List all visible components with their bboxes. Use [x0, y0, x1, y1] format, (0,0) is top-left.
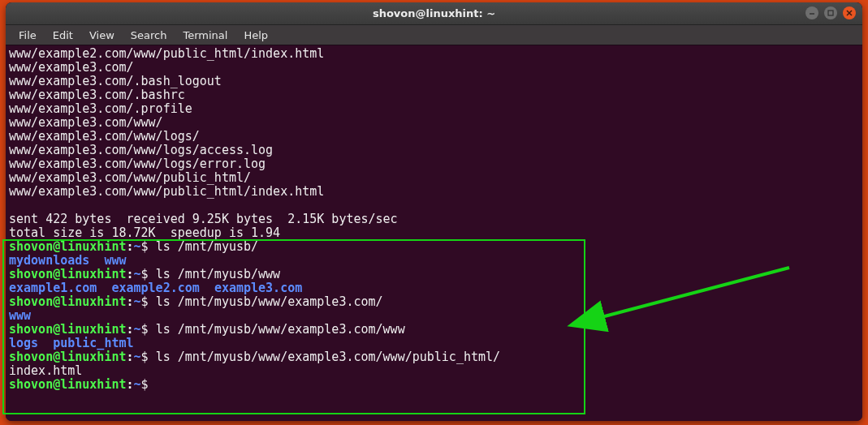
prompt-cwd: ~: [134, 350, 141, 364]
menu-view[interactable]: View: [83, 27, 121, 44]
prompt-cwd: ~: [134, 377, 141, 392]
terminal-line: index.html: [9, 364, 859, 378]
terminal-line: shovon@linuxhint:~$ ls /mnt/myusb/www/ex…: [9, 323, 859, 337]
dir-entry: example3.com: [214, 281, 302, 295]
dir-entry: www: [104, 253, 126, 268]
terminal-line: www/example3.com/: [9, 61, 859, 75]
terminal-line: logs public_html: [9, 337, 859, 350]
close-button[interactable]: [843, 6, 856, 19]
terminal-line: mydownloads www: [9, 254, 859, 268]
terminal-line: www/example3.com/.bash_logout: [9, 75, 859, 88]
prompt-command: ls /mnt/myusb/www: [156, 267, 281, 281]
terminal-line: shovon@linuxhint:~$: [9, 378, 859, 392]
terminal-line: www/example3.com/www/public_html/: [9, 171, 859, 185]
prompt-userhost: shovon@linuxhint: [9, 377, 127, 392]
terminal-line: www/example2.com/www/public_html/index.h…: [9, 47, 859, 61]
maximize-icon: [827, 9, 834, 18]
menu-terminal[interactable]: Terminal: [176, 27, 234, 44]
dir-entry: mydownloads: [9, 253, 89, 268]
window-controls: [805, 6, 856, 19]
prompt-userhost: shovon@linuxhint: [9, 294, 127, 309]
terminal-line: shovon@linuxhint:~$ ls /mnt/myusb/www: [9, 268, 859, 281]
prompt-userhost: shovon@linuxhint: [9, 267, 127, 281]
terminal-line: www/example3.com/www/: [9, 116, 859, 130]
terminal-body[interactable]: www/example2.com/www/public_html/index.h…: [6, 45, 862, 421]
menubar: File Edit View Search Terminal Help: [6, 25, 862, 45]
minimize-icon: [809, 9, 815, 18]
dir-entry: public_html: [53, 336, 133, 350]
terminal-line: [9, 199, 859, 212]
prompt-command: ls /mnt/myusb/: [156, 239, 258, 254]
terminal-line: total size is 18.72K speedup is 1.94: [9, 226, 859, 240]
terminal-line: www: [9, 309, 859, 323]
terminal-line: www/example3.com/www/logs/access.log: [9, 144, 859, 157]
prompt-command: ls /mnt/myusb/www/example3.com/: [156, 294, 383, 309]
prompt-userhost: shovon@linuxhint: [9, 239, 127, 254]
dir-entry: example1.com: [9, 281, 97, 295]
terminal-line: sent 422 bytes received 9.25K bytes 2.15…: [9, 212, 859, 226]
prompt-command: ls /mnt/myusb/www/example3.com/www: [156, 322, 405, 337]
terminal-line: www/example3.com/www/logs/error.log: [9, 157, 859, 171]
terminal-line: www/example3.com/www/public_html/index.h…: [9, 185, 859, 199]
menu-search[interactable]: Search: [124, 27, 174, 44]
close-icon: [846, 9, 853, 18]
prompt-userhost: shovon@linuxhint: [9, 350, 127, 364]
dir-entry: logs: [9, 336, 38, 350]
prompt-cwd: ~: [134, 239, 141, 254]
terminal-line: www/example3.com/.bashrc: [9, 88, 859, 102]
titlebar[interactable]: shovon@linuxhint: ~: [6, 2, 862, 25]
terminal-line: example1.com example2.com example3.com: [9, 281, 859, 295]
prompt-cwd: ~: [134, 267, 141, 281]
menu-edit[interactable]: Edit: [46, 27, 80, 44]
terminal-line: shovon@linuxhint:~$ ls /mnt/myusb/www/ex…: [9, 350, 859, 364]
terminal-line: shovon@linuxhint:~$ ls /mnt/myusb/: [9, 240, 859, 254]
maximize-button[interactable]: [824, 6, 837, 19]
menu-help[interactable]: Help: [237, 27, 274, 44]
prompt-cwd: ~: [134, 322, 141, 337]
file-entry: index.html: [9, 363, 82, 378]
dir-entry: example2.com: [111, 281, 199, 295]
prompt-command: ls /mnt/myusb/www/example3.com/www/publi…: [156, 350, 500, 364]
terminal-line: www/example3.com/.profile: [9, 102, 859, 116]
terminal-window: shovon@linuxhint: ~ File Edit View Sea: [6, 2, 862, 421]
minimize-button[interactable]: [805, 6, 818, 19]
svg-rect-1: [828, 11, 833, 15]
prompt-cwd: ~: [134, 294, 141, 309]
terminal-line: www/example3.com/www/logs/: [9, 130, 859, 144]
prompt-userhost: shovon@linuxhint: [9, 322, 127, 337]
window-title: shovon@linuxhint: ~: [6, 7, 862, 19]
menu-file[interactable]: File: [12, 27, 43, 44]
terminal-line: shovon@linuxhint:~$ ls /mnt/myusb/www/ex…: [9, 295, 859, 309]
dir-entry: www: [9, 308, 31, 323]
